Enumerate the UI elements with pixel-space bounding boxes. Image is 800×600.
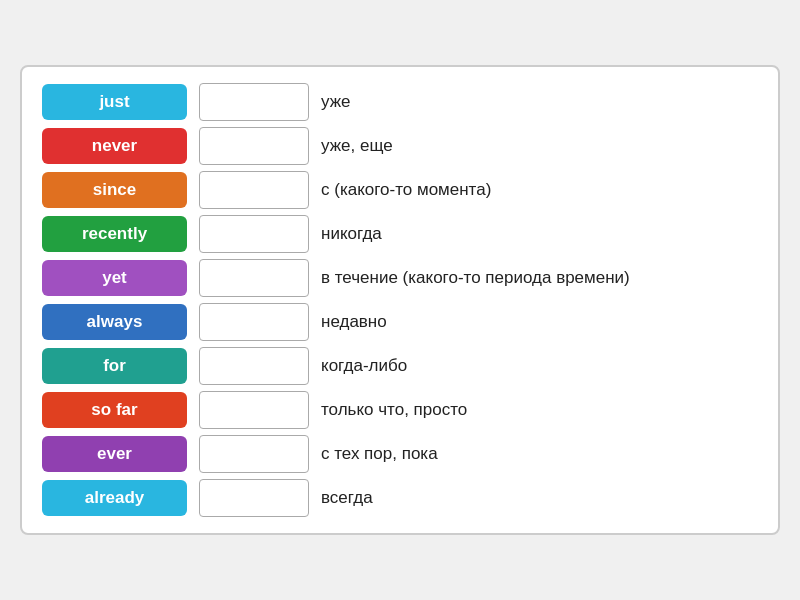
translation-text-9: всегда xyxy=(321,487,758,509)
match-row: sinceс (какого-то момента) xyxy=(42,171,758,209)
translation-text-2: с (какого-то момента) xyxy=(321,179,758,201)
word-button-already[interactable]: already xyxy=(42,480,187,516)
word-button-just[interactable]: just xyxy=(42,84,187,120)
match-row: forкогда-либо xyxy=(42,347,758,385)
answer-input-8[interactable] xyxy=(199,435,309,473)
answer-input-2[interactable] xyxy=(199,171,309,209)
match-row: neverуже, еще xyxy=(42,127,758,165)
translation-text-7: только что, просто xyxy=(321,399,758,421)
match-row: justуже xyxy=(42,83,758,121)
match-row: yetв течение (какого-то периода времени) xyxy=(42,259,758,297)
match-row: everс тех пор, пока xyxy=(42,435,758,473)
translation-text-6: когда-либо xyxy=(321,355,758,377)
word-button-always[interactable]: always xyxy=(42,304,187,340)
answer-input-1[interactable] xyxy=(199,127,309,165)
match-row: recentlyникогда xyxy=(42,215,758,253)
translation-text-4: в течение (какого-то периода времени) xyxy=(321,267,758,289)
match-row: alwaysнедавно xyxy=(42,303,758,341)
match-row: so farтолько что, просто xyxy=(42,391,758,429)
answer-input-5[interactable] xyxy=(199,303,309,341)
word-button-yet[interactable]: yet xyxy=(42,260,187,296)
answer-input-6[interactable] xyxy=(199,347,309,385)
answer-input-0[interactable] xyxy=(199,83,309,121)
translation-text-0: уже xyxy=(321,91,758,113)
word-button-for[interactable]: for xyxy=(42,348,187,384)
main-container: justужеneverуже, ещеsinceс (какого-то мо… xyxy=(20,65,780,535)
answer-input-7[interactable] xyxy=(199,391,309,429)
word-button-recently[interactable]: recently xyxy=(42,216,187,252)
word-button-so-far[interactable]: so far xyxy=(42,392,187,428)
translation-text-5: недавно xyxy=(321,311,758,333)
translation-text-3: никогда xyxy=(321,223,758,245)
word-button-since[interactable]: since xyxy=(42,172,187,208)
answer-input-3[interactable] xyxy=(199,215,309,253)
translation-text-1: уже, еще xyxy=(321,135,758,157)
word-button-ever[interactable]: ever xyxy=(42,436,187,472)
translation-text-8: с тех пор, пока xyxy=(321,443,758,465)
answer-input-9[interactable] xyxy=(199,479,309,517)
answer-input-4[interactable] xyxy=(199,259,309,297)
match-row: alreadyвсегда xyxy=(42,479,758,517)
word-button-never[interactable]: never xyxy=(42,128,187,164)
